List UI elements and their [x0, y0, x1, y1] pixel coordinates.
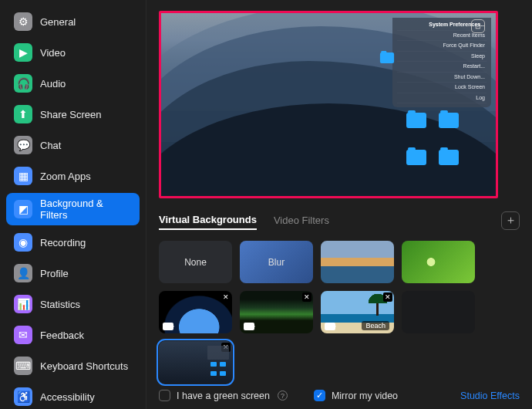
- gear-icon: ⚙: [14, 12, 32, 31]
- stats-icon: 📊: [14, 295, 32, 313]
- sidebar-item-label: Video: [40, 47, 66, 59]
- folder-icon: [439, 113, 459, 128]
- chat-icon: 💬: [14, 136, 32, 154]
- sidebar-item-label: Recording: [40, 237, 86, 248]
- sidebar-item-statistics[interactable]: 📊Statistics: [6, 290, 140, 318]
- sidebar-item-label: Keyboard Shortcuts: [40, 360, 128, 372]
- menu-item: Restart...: [397, 62, 487, 73]
- video-icon: [325, 323, 335, 330]
- settings-panel-background-filters: System Preferences... Recent Items Force…: [146, 0, 532, 409]
- bg-thumb-earth[interactable]: ✕: [159, 291, 232, 333]
- accessibility-icon: ♿: [14, 387, 32, 406]
- sidebar-item-label: Feedback: [40, 330, 84, 341]
- menu-item: Shut Down...: [397, 73, 487, 83]
- sidebar-item-profile[interactable]: 👤Profile: [6, 259, 140, 287]
- sidebar-item-label: Profile: [40, 268, 69, 279]
- menu-item: Force Quit Finder: [397, 41, 487, 52]
- bg-thumb-grass[interactable]: [402, 241, 475, 283]
- feedback-icon: ✉: [14, 326, 32, 344]
- sidebar-item-accessibility[interactable]: ♿Accessibility: [6, 383, 140, 409]
- bg-thumb-beach[interactable]: ✕Beach: [321, 291, 394, 333]
- sidebar-item-label: General: [40, 16, 76, 28]
- sidebar-item-zoom-apps[interactable]: ▦Zoom Apps: [6, 162, 140, 190]
- menu-item: Log: [397, 93, 487, 104]
- menu-item: Lock Screen: [397, 83, 487, 93]
- studio-effects-link[interactable]: Studio Effects: [460, 390, 520, 401]
- close-icon[interactable]: ✕: [383, 292, 392, 302]
- video-icon: ▶: [14, 43, 32, 62]
- background-tabs: Virtual Backgrounds Video Filters ＋: [159, 211, 520, 230]
- tab-virtual-backgrounds[interactable]: Virtual Backgrounds: [159, 211, 257, 230]
- close-icon[interactable]: ✕: [302, 292, 311, 302]
- checkbox-label: I have a green screen: [177, 390, 270, 401]
- video-icon: [163, 323, 173, 330]
- sidebar-item-label: Accessibility: [40, 391, 95, 403]
- video-preview-highlighted[interactable]: System Preferences... Recent Items Force…: [159, 11, 498, 198]
- sidebar-item-chat[interactable]: 💬Chat: [6, 131, 140, 159]
- footer-options: I have a green screen ? ✓ Mirror my vide…: [159, 384, 520, 401]
- bg-thumb-aurora[interactable]: ✕: [240, 291, 313, 333]
- sidebar-item-label: Audio: [40, 78, 66, 90]
- background-icon: ◩: [14, 200, 32, 218]
- bg-thumb-none[interactable]: None: [159, 241, 232, 283]
- bg-thumb-dark[interactable]: [402, 291, 475, 333]
- sidebar-item-keyboard[interactable]: ⌨Keyboard Shortcuts: [6, 352, 140, 380]
- sidebar-item-share-screen[interactable]: ⬆Share Screen: [6, 100, 140, 128]
- menu-item: Sleep: [397, 52, 487, 63]
- plus-icon: ＋: [505, 213, 517, 228]
- mirror-video-option[interactable]: ✓ Mirror my video: [314, 390, 398, 401]
- thumb-label: None: [184, 257, 207, 268]
- sidebar-item-recording[interactable]: ◉Recording: [6, 228, 140, 256]
- folder-icon: [380, 52, 394, 63]
- sidebar-item-background-filters[interactable]: ◩Background & Filters: [6, 193, 140, 225]
- sidebar-item-feedback[interactable]: ✉Feedback: [6, 321, 140, 349]
- bg-thumb-sf[interactable]: [321, 241, 394, 283]
- sidebar-item-label: Chat: [40, 140, 61, 151]
- sidebar-item-general[interactable]: ⚙General: [6, 8, 140, 35]
- folder-icon: [406, 150, 426, 165]
- sidebar-item-label: Background & Filters: [40, 198, 132, 221]
- sidebar-item-audio[interactable]: 🎧Audio: [6, 69, 140, 97]
- share-icon: ⬆: [14, 105, 32, 123]
- folder-icon: [406, 113, 426, 128]
- checkbox-icon[interactable]: ✓: [314, 390, 325, 401]
- bg-thumb-mountains[interactable]: ✕: [159, 341, 232, 384]
- settings-sidebar: ⚙General ▶Video 🎧Audio ⬆Share Screen 💬Ch…: [0, 0, 146, 409]
- close-icon[interactable]: ✕: [221, 292, 231, 302]
- add-background-button[interactable]: ＋: [501, 211, 520, 230]
- green-screen-option[interactable]: I have a green screen ?: [159, 390, 288, 401]
- bg-thumb-blur[interactable]: Blur: [240, 241, 313, 283]
- sidebar-item-label: Zoom Apps: [40, 171, 91, 182]
- thumb-chip: Beach: [362, 321, 389, 330]
- apps-icon: ▦: [14, 167, 32, 185]
- profile-icon: 👤: [14, 264, 32, 282]
- sidebar-item-label: Statistics: [40, 299, 80, 310]
- video-icon: [244, 323, 254, 330]
- sidebar-item-label: Share Screen: [40, 109, 102, 120]
- headphone-icon: 🎧: [14, 74, 32, 93]
- folder-icon: [439, 150, 459, 165]
- tab-video-filters[interactable]: Video Filters: [274, 211, 329, 229]
- record-icon: ◉: [14, 233, 32, 252]
- checkbox-icon[interactable]: [159, 390, 170, 401]
- background-thumbnails: None Blur ✕ ✕ ✕Beach ✕: [159, 241, 520, 384]
- keyboard-icon: ⌨: [14, 357, 32, 375]
- thumb-label: Blur: [268, 257, 285, 268]
- checkbox-label: Mirror my video: [332, 390, 398, 401]
- help-icon[interactable]: ?: [278, 390, 288, 401]
- pin-icon[interactable]: ⊡: [471, 19, 485, 33]
- sidebar-item-video[interactable]: ▶Video: [6, 39, 140, 66]
